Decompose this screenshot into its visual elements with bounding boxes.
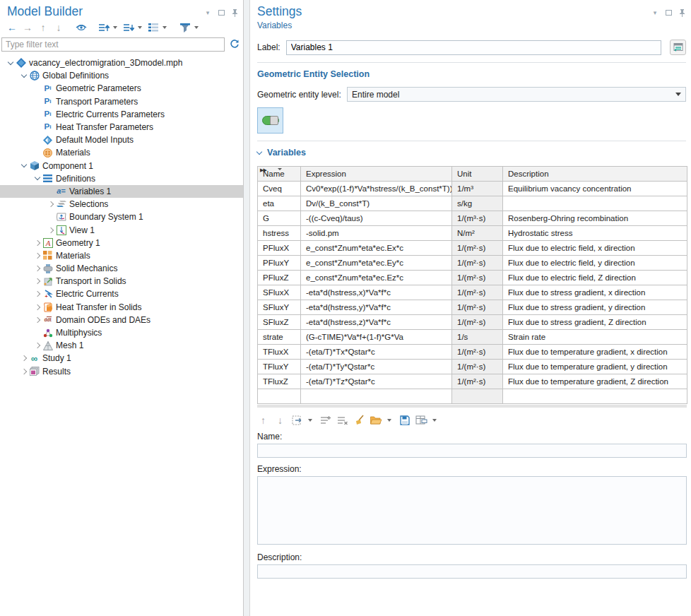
filter-caret-icon[interactable] bbox=[194, 26, 199, 29]
cell-name[interactable]: Cveq bbox=[258, 182, 301, 196]
table-scrollbar-track[interactable] bbox=[257, 405, 687, 408]
cell-expression[interactable]: -((c-Cveq)/taus) bbox=[301, 211, 452, 226]
cell-description[interactable]: Flux due to temperature gradient, y dire… bbox=[503, 360, 687, 374]
section-collapse-icon[interactable] bbox=[256, 148, 262, 154]
cell-name[interactable]: TFluxX bbox=[258, 345, 301, 360]
move-up-icon[interactable]: ↑ bbox=[37, 21, 49, 34]
cell-name[interactable] bbox=[258, 389, 301, 404]
tree-item-domain-odes[interactable]: ddt Domain ODEs and DAEs bbox=[0, 314, 243, 326]
tree-item-electric-currents-parameters[interactable]: Pi Electric Currents Parameters bbox=[0, 108, 243, 121]
tree-item-mesh-1[interactable]: Mesh 1 bbox=[0, 339, 243, 352]
filter-icon[interactable] bbox=[179, 21, 191, 34]
cell-description[interactable]: Hydrostatic stress bbox=[503, 226, 687, 241]
cell-description[interactable]: Flux due to stress gradient, y direction bbox=[503, 300, 687, 315]
cell-name[interactable]: TFluxY bbox=[258, 360, 301, 374]
cell-expression[interactable]: -(eta/T)*Tz*Qstar*c bbox=[301, 374, 452, 389]
load-file-icon[interactable] bbox=[370, 414, 382, 426]
cell-expression[interactable]: (G-cTIME)*Va*f+(1-f)*G*Va bbox=[301, 330, 452, 345]
expander-icon[interactable] bbox=[33, 177, 42, 179]
cell-expression[interactable]: e_const*Znum*eta*ec.Ex*c bbox=[301, 241, 452, 256]
cell-name[interactable]: SFluxX bbox=[258, 285, 301, 300]
tree-item-transport-parameters[interactable]: Pi Transport Parameters bbox=[0, 95, 243, 108]
cell-expression[interactable]: -eta*d(hstress,z)*Va*f*c bbox=[301, 315, 452, 330]
refresh-icon[interactable] bbox=[229, 38, 240, 51]
cell-description[interactable]: Flux due to electric field, Z direction bbox=[503, 271, 687, 285]
description-input[interactable] bbox=[257, 564, 687, 579]
show-icon[interactable] bbox=[75, 21, 88, 34]
move-down-icon[interactable]: ↓ bbox=[52, 21, 65, 34]
move-to-icon[interactable] bbox=[291, 414, 303, 426]
tree-item-global-definitions[interactable]: Global Definitions bbox=[0, 69, 243, 82]
panel-dropdown-icon[interactable]: ▾ bbox=[203, 8, 212, 17]
settings-subtitle[interactable]: Variables bbox=[257, 20, 686, 30]
tree-item-results[interactable]: Results bbox=[0, 365, 243, 378]
cell-name[interactable]: SFluxY bbox=[258, 300, 301, 315]
add-row-icon[interactable] bbox=[319, 414, 331, 426]
back-icon[interactable]: ← bbox=[6, 21, 18, 34]
tree-item-component-1[interactable]: Component 1 bbox=[0, 160, 243, 172]
move-down-icon[interactable]: ↓ bbox=[274, 414, 286, 426]
expand-all-caret-icon[interactable] bbox=[113, 26, 117, 29]
show-in-form-button[interactable] bbox=[670, 40, 686, 55]
node-text-icon[interactable] bbox=[147, 21, 160, 34]
panel-pin-icon[interactable] bbox=[678, 8, 686, 17]
tree-item-root-mph[interactable]: vacancy_electromigration_3Dmodel.mph bbox=[0, 57, 243, 69]
expand-all-icon[interactable] bbox=[98, 21, 110, 34]
cell-name[interactable]: G bbox=[258, 211, 301, 226]
expander-icon[interactable] bbox=[33, 318, 42, 322]
collapse-all-caret-icon[interactable] bbox=[138, 26, 142, 29]
cell-name[interactable]: PFluxZ bbox=[258, 271, 301, 285]
sort-caret-icon[interactable] bbox=[278, 168, 282, 170]
column-header-name[interactable]: ▶▶ Name bbox=[258, 167, 301, 182]
cell-expression[interactable]: Cv0*exp((1-f)*Va*hstress/(k_B_const*T)) bbox=[301, 182, 452, 196]
expander-icon[interactable] bbox=[46, 228, 55, 232]
cell-expression[interactable] bbox=[301, 389, 452, 404]
tree-item-definitions[interactable]: Definitions bbox=[0, 172, 243, 185]
tree-item-selections[interactable]: Selections bbox=[0, 198, 243, 211]
cell-description[interactable]: Equilibrium vacancy concentration bbox=[503, 182, 687, 196]
cell-expression[interactable]: -solid.pm bbox=[301, 226, 452, 241]
expander-icon[interactable] bbox=[33, 305, 42, 309]
tree-item-default-model-inputs[interactable]: Default Model Inputs bbox=[0, 134, 243, 146]
cell-name[interactable]: TFluxZ bbox=[258, 374, 301, 389]
tree-item-view-1[interactable]: View 1 bbox=[0, 223, 243, 236]
cell-name[interactable]: eta bbox=[258, 196, 301, 211]
cell-description[interactable]: Flux due to electric field, y direction bbox=[503, 256, 687, 271]
cell-description[interactable]: Flux due to temperature gradient, Z dire… bbox=[503, 374, 687, 389]
panel-pin-icon[interactable] bbox=[230, 8, 239, 17]
tree-item-variables-1[interactable]: a= Variables 1 bbox=[0, 185, 243, 198]
expander-icon[interactable] bbox=[33, 292, 42, 296]
expander-icon[interactable] bbox=[33, 266, 42, 271]
node-text-caret-icon[interactable] bbox=[163, 26, 167, 29]
cell-name[interactable]: hstress bbox=[258, 226, 301, 241]
expander-icon[interactable] bbox=[46, 202, 55, 206]
move-up-icon[interactable]: ↑ bbox=[257, 414, 269, 426]
geometric-entity-level-select[interactable]: Entire model bbox=[347, 87, 686, 102]
forward-icon[interactable]: → bbox=[21, 21, 34, 34]
cell-description[interactable]: Flux due to electric field, x direction bbox=[503, 241, 687, 256]
expander-icon[interactable] bbox=[6, 62, 15, 64]
cell-description[interactable]: Flux due to stress gradient, Z direction bbox=[503, 315, 687, 330]
tree-item-materials-global[interactable]: Materials bbox=[0, 146, 243, 159]
expander-icon[interactable] bbox=[19, 165, 28, 167]
expander-icon[interactable] bbox=[19, 75, 28, 77]
cell-name[interactable]: PFluxY bbox=[258, 256, 301, 271]
expression-input[interactable] bbox=[257, 476, 687, 545]
cell-description[interactable]: Flux due to temperature gradient, x dire… bbox=[503, 345, 687, 360]
tree-item-solid-mechanics[interactable]: Solid Mechanics bbox=[0, 262, 243, 275]
cell-description[interactable]: Flux due to stress gradient, x direction bbox=[503, 285, 687, 300]
cell-expression[interactable]: Dv/(k_B_const*T) bbox=[301, 196, 452, 211]
cell-description[interactable] bbox=[503, 196, 687, 211]
cell-expression[interactable]: e_const*Znum*eta*ec.Ey*c bbox=[301, 256, 452, 271]
cell-expression[interactable]: -(eta/T)*Ty*Qstar*c bbox=[301, 360, 452, 374]
edit-table-icon[interactable] bbox=[415, 414, 427, 426]
tree-item-heat-transfer-in-solids[interactable]: Heat Transfer in Solids bbox=[0, 301, 243, 314]
expander-icon[interactable] bbox=[33, 343, 42, 348]
tree-item-multiphysics[interactable]: Multiphysics bbox=[0, 326, 243, 339]
active-selection-toggle-button[interactable] bbox=[257, 107, 283, 134]
tree-item-study-1[interactable]: ∞ Study 1 bbox=[0, 352, 243, 365]
cell-expression[interactable]: e_const*Znum*eta*ec.Ez*c bbox=[301, 271, 452, 285]
save-file-icon[interactable] bbox=[398, 414, 411, 426]
expander-icon[interactable] bbox=[19, 369, 28, 374]
panel-float-icon[interactable] bbox=[664, 8, 673, 17]
